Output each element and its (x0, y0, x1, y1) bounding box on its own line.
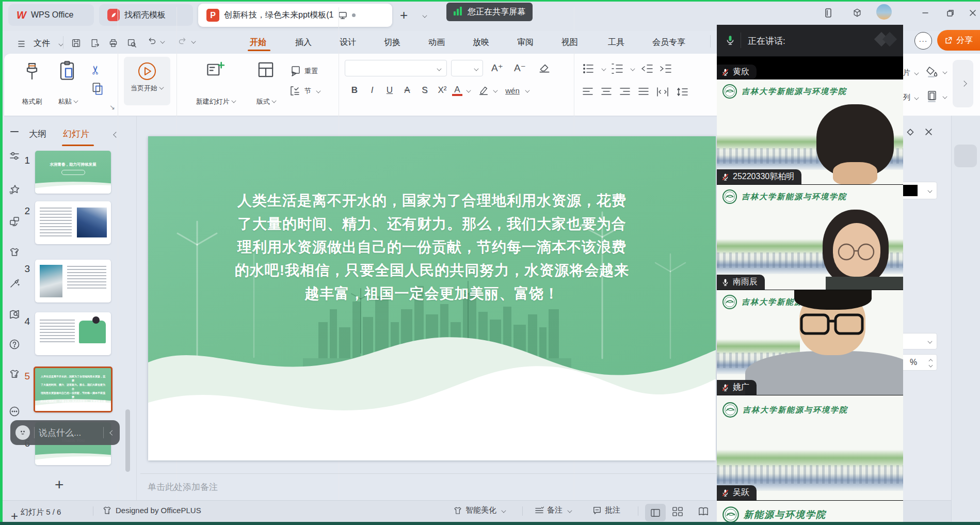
template-shirt-star-icon[interactable] (9, 369, 20, 380)
new-tab-button[interactable]: + (400, 8, 408, 22)
pinyin-chevron[interactable] (525, 88, 529, 92)
comment-input-placeholder[interactable]: 说点什么... (39, 427, 99, 439)
help-icon[interactable] (9, 339, 20, 350)
map-search-icon[interactable] (9, 309, 20, 320)
section-chevron[interactable] (316, 88, 320, 93)
strikethrough-button[interactable]: A (399, 85, 415, 96)
comments-button[interactable]: 批注 (592, 505, 620, 515)
tab-outline[interactable]: 大纲 (29, 128, 46, 140)
animation-shapes-icon[interactable] (9, 216, 20, 227)
highlight-pen-icon[interactable] (478, 85, 489, 96)
distribute-text-icon[interactable] (656, 87, 669, 97)
view-grid-button[interactable] (672, 506, 683, 517)
tab-design[interactable]: 设计 (336, 34, 359, 51)
bold-button[interactable]: B (347, 85, 362, 96)
copy-icon[interactable] (91, 82, 104, 96)
export-button[interactable] (88, 36, 101, 50)
play-current-button[interactable]: 当页开始 (124, 57, 170, 105)
paste-chevron[interactable] (73, 98, 78, 103)
highlight-chevron[interactable] (493, 88, 497, 92)
close-button[interactable] (966, 6, 979, 20)
increase-indent-icon[interactable] (658, 63, 672, 74)
slide-text-block[interactable]: 人类生活是离不开水的，国家为了合理地利用水资源，花费 了大量的时间、精力、还有财… (195, 189, 669, 305)
bullet-chevron[interactable] (601, 66, 606, 71)
participant-tile[interactable]: 吉林大学新能源与环境学院 南雨辰 (717, 184, 903, 290)
numbered-chevron[interactable] (630, 66, 635, 71)
font-name-chevron[interactable] (437, 66, 441, 71)
tab-template-store[interactable]: 找稻壳模板 (99, 4, 193, 26)
panel-close-icon[interactable] (925, 128, 933, 136)
new-slide-button[interactable] (205, 60, 225, 79)
tab-wps-office[interactable]: W WPS Office (8, 4, 94, 26)
comment-toolbar[interactable]: 说点什么... (10, 420, 120, 445)
tab-home[interactable]: 开始 (247, 34, 269, 51)
align-right-icon[interactable] (619, 87, 631, 97)
format-painter-button[interactable] (23, 61, 41, 82)
save-button[interactable] (69, 36, 83, 50)
font-size-combo[interactable] (451, 60, 483, 76)
clear-format-icon[interactable] (538, 61, 551, 74)
spinner-up-chevron[interactable] (929, 359, 933, 363)
effects-star-icon[interactable] (9, 184, 20, 195)
numbered-list-icon[interactable] (611, 63, 623, 74)
slide-canvas[interactable]: 人类生活是离不开水的，国家为了合理地利用水资源，花费 了大量的时间、精力、还有财… (148, 136, 716, 460)
undo-button[interactable] (147, 36, 165, 46)
minimize-button[interactable] (919, 6, 932, 20)
decrease-font-button[interactable]: A⁻ (514, 62, 526, 74)
paste-button[interactable] (58, 60, 76, 82)
slide-thumbnail-1[interactable]: 水润青春，助力可持续发展 (35, 151, 111, 194)
layout-button[interactable] (256, 60, 276, 79)
font-size-chevron[interactable] (474, 66, 478, 71)
hide-panel-icon[interactable] (9, 126, 20, 137)
redo-button[interactable] (178, 36, 196, 46)
sidebar-scrollbar[interactable] (125, 409, 130, 472)
view-read-button[interactable] (698, 506, 709, 517)
design-shirt-icon[interactable] (9, 247, 20, 258)
notes-toggle-button[interactable]: 备注 (535, 505, 572, 515)
bullet-list-icon[interactable] (582, 63, 595, 74)
decrease-indent-icon[interactable] (640, 63, 653, 74)
account-avatar[interactable] (876, 4, 892, 20)
tab-document[interactable]: P 创新科技，绿色未来ppt模板(1 (198, 4, 392, 27)
slide-thumbnail-3[interactable] (35, 260, 111, 303)
tab-transition[interactable]: 切换 (381, 34, 404, 51)
underline-button[interactable]: U (382, 85, 397, 96)
line-spacing-icon[interactable] (676, 87, 688, 97)
participant-tile[interactable]: 吉林大学新能源与环境学院 吴跃 (717, 395, 903, 500)
tab-member[interactable]: 会员专享 (649, 34, 688, 51)
emoji-icon[interactable] (15, 425, 30, 440)
add-slide-button[interactable]: + (55, 476, 64, 494)
pinyin-guide-button[interactable]: wén (504, 86, 521, 95)
font-color-button[interactable]: A (452, 85, 462, 96)
officeplus-credit[interactable]: Designed by OfficePLUS (102, 505, 201, 515)
ribbon-expand-button[interactable] (953, 60, 973, 107)
tab-slides[interactable]: 幻灯片 (63, 128, 89, 140)
text-shadow-button[interactable]: S (417, 85, 432, 96)
cut-icon[interactable]: ✂ (89, 65, 103, 75)
frame-style-button[interactable] (926, 90, 947, 103)
justify-icon[interactable] (638, 87, 649, 97)
superscript-button[interactable]: X² (435, 85, 450, 96)
reset-button[interactable]: 重置 (289, 65, 318, 77)
view-normal-button[interactable] (645, 504, 666, 521)
tab-review[interactable]: 审阅 (514, 34, 537, 51)
font-name-combo[interactable] (345, 60, 447, 76)
more-options-icon[interactable] (9, 406, 20, 417)
ai-assistant-icon[interactable]: ··· (914, 32, 932, 50)
align-left-icon[interactable] (582, 87, 593, 97)
print-preview-button[interactable] (125, 36, 138, 50)
tab-slideshow[interactable]: 放映 (470, 34, 492, 51)
mobile-device-icon[interactable] (822, 6, 835, 20)
undo-chevron[interactable] (160, 39, 165, 43)
smart-beautify-button[interactable]: 智能美化 (453, 505, 506, 515)
restore-button[interactable] (943, 6, 957, 20)
font-color-chevron[interactable] (466, 88, 471, 92)
tab-animation[interactable]: 动画 (425, 34, 448, 51)
spinner-down-chevron[interactable] (929, 363, 933, 368)
slide-thumbnail-4[interactable] (35, 312, 111, 355)
integration-cube-icon[interactable] (850, 6, 864, 20)
share-button[interactable]: 分享 (937, 30, 980, 51)
new-slide-chevron[interactable] (231, 98, 236, 103)
tab-tools[interactable]: 工具 (605, 34, 628, 51)
file-menu[interactable]: 文件 (18, 35, 63, 52)
